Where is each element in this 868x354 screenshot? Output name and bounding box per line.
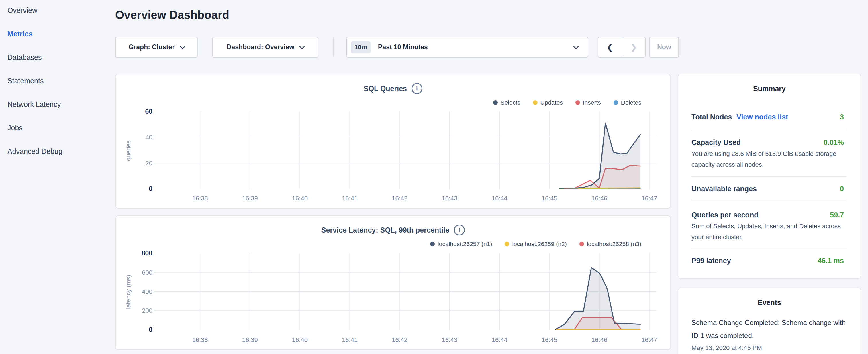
svg-text:16:45: 16:45 (541, 336, 557, 344)
svg-text:16:40: 16:40 (292, 195, 308, 202)
svg-text:60: 60 (145, 108, 152, 115)
svg-text:16:46: 16:46 (591, 195, 607, 202)
summary-row-value: 59.7 (830, 211, 844, 219)
svg-text:800: 800 (142, 250, 152, 257)
sidebar-item-network-latency[interactable]: Network Latency (7, 100, 111, 108)
app-root: Overview Metrics Databases Statements Ne… (0, 0, 868, 354)
divider (691, 249, 846, 249)
svg-text:16:42: 16:42 (392, 336, 407, 344)
svg-text:16:46: 16:46 (591, 336, 607, 344)
sidebar-item-metrics[interactable]: Metrics (7, 30, 111, 38)
summary-row-total-nodes: Total Nodes View nodes list 3 (691, 112, 844, 122)
dashboard-label: Dashboard: Overview (227, 43, 294, 51)
summary-row-value: 0.01% (824, 138, 844, 147)
events-title: Events (678, 298, 861, 307)
svg-text:16:43: 16:43 (442, 195, 457, 202)
graph-scope-label: Graph: Cluster (128, 43, 175, 51)
svg-text:16:47: 16:47 (641, 195, 657, 202)
sidebar-item-databases[interactable]: Databases (7, 53, 111, 61)
summary-row-value: 46.1 ms (817, 257, 844, 265)
svg-text:16:39: 16:39 (242, 336, 258, 344)
next-range-button[interactable]: ❯ (622, 37, 645, 57)
svg-text:200: 200 (142, 307, 152, 314)
svg-text:600: 600 (142, 269, 152, 276)
sql-queries-chart-card: SQL Queries i Selects Updates Inserts De… (115, 74, 671, 208)
svg-text:16:43: 16:43 (442, 336, 457, 344)
summary-row-label: Queries per second (691, 211, 758, 219)
summary-row-desc: Sum of Selects, Updates, Inserts, and De… (691, 221, 847, 243)
summary-row-desc: You are using 28.6 MiB of 515.9 GiB usab… (691, 148, 847, 170)
sidebar-item-statements[interactable]: Statements (7, 77, 111, 85)
time-range-label: Past 10 Minutes (378, 43, 428, 51)
svg-text:16:44: 16:44 (492, 336, 507, 344)
svg-text:16:38: 16:38 (192, 336, 208, 344)
summary-row-label: Unavailable ranges (691, 185, 757, 193)
summary-title: Summary (678, 85, 861, 93)
chevron-down-icon (573, 43, 579, 49)
time-step-buttons: ❮ ❯ (598, 37, 646, 58)
svg-text:16:38: 16:38 (192, 195, 208, 202)
summary-row-capacity: Capacity Used 0.01% (691, 137, 844, 148)
sql-queries-plot[interactable]: 16:3816:3916:4016:4116:4216:4316:4416:45… (116, 74, 670, 208)
chevron-down-icon (299, 43, 305, 49)
time-range-dropdown[interactable]: 10m Past 10 Minutes (346, 37, 588, 58)
now-button[interactable]: Now (649, 37, 679, 58)
svg-text:0: 0 (149, 185, 152, 192)
divider (691, 176, 846, 177)
divider (691, 201, 846, 201)
summary-row-label: P99 latency (691, 257, 731, 265)
svg-text:16:41: 16:41 (342, 336, 358, 344)
sidebar-item-advanced-debug[interactable]: Advanced Debug (7, 147, 111, 155)
summary-row-label: Capacity Used (691, 138, 741, 147)
summary-row-unavailable: Unavailable ranges 0 (691, 184, 844, 194)
svg-text:20: 20 (146, 160, 152, 167)
svg-text:40: 40 (146, 134, 152, 141)
svg-text:0: 0 (149, 326, 152, 333)
svg-text:16:40: 16:40 (292, 336, 308, 344)
summary-row-p99: P99 latency 46.1 ms (691, 255, 844, 266)
summary-row-value: 3 (840, 113, 844, 121)
svg-text:16:42: 16:42 (392, 195, 407, 202)
summary-row-qps: Queries per second 59.7 (691, 210, 844, 220)
service-latency-chart-card: Service Latency: SQL, 99th percentile i … (115, 215, 671, 350)
prev-range-button[interactable]: ❮ (598, 37, 622, 57)
graph-scope-dropdown[interactable]: Graph: Cluster (115, 37, 198, 58)
svg-text:16:47: 16:47 (641, 336, 657, 344)
event-message: Schema Change Completed: Schema change w… (691, 316, 847, 342)
events-card: Events Schema Change Completed: Schema c… (678, 288, 861, 354)
sidebar-item-overview[interactable]: Overview (7, 6, 111, 14)
svg-text:16:39: 16:39 (242, 195, 258, 202)
svg-text:16:45: 16:45 (541, 195, 557, 202)
event-timestamp: May 13, 2020 at 4:45 PM (691, 344, 847, 352)
summary-row-label: Total Nodes (691, 113, 732, 121)
view-nodes-list-link[interactable]: View nodes list (737, 113, 788, 121)
service-latency-plot[interactable]: 16:3816:3916:4016:4116:4216:4316:4416:45… (116, 216, 670, 349)
sidebar-item-jobs[interactable]: Jobs (7, 124, 111, 132)
svg-text:16:41: 16:41 (342, 195, 358, 202)
svg-text:16:44: 16:44 (492, 195, 507, 202)
sidebar: Overview Metrics Databases Statements Ne… (7, 6, 111, 155)
page-title: Overview Dashboard (115, 9, 229, 22)
svg-text:400: 400 (142, 288, 152, 295)
dashboard-dropdown[interactable]: Dashboard: Overview (212, 37, 318, 58)
summary-row-value: 0 (840, 185, 844, 193)
toolbar-divider (333, 37, 334, 57)
chevron-down-icon (180, 43, 185, 49)
time-range-badge: 10m (351, 41, 371, 53)
summary-card: Summary Total Nodes View nodes list 3 Ca… (678, 74, 861, 279)
